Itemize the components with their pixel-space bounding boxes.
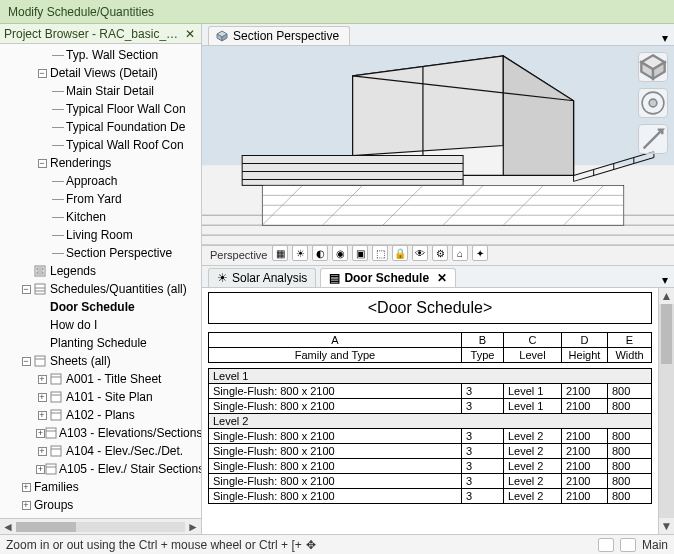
project-browser-tree[interactable]: —Typ. Wall Section−Detail Views (Detail)…	[0, 44, 201, 518]
tree-item[interactable]: —Typical Foundation De	[0, 118, 201, 136]
tree-item[interactable]: Door Schedule	[0, 298, 201, 316]
table-cell[interactable]: 2100	[562, 429, 608, 444]
status-select-icon[interactable]	[598, 538, 614, 552]
table-cell[interactable]: 3	[462, 489, 504, 504]
tree-item[interactable]: —From Yard	[0, 190, 201, 208]
table-cell[interactable]: Single-Flush: 800 x 2100	[209, 489, 462, 504]
schedule-tab-dropdown-icon[interactable]: ▾	[656, 273, 674, 287]
schedule-vscrollbar[interactable]: ▲ ▼	[658, 288, 674, 534]
table-row[interactable]: Single-Flush: 800 x 21003Level 22100800	[209, 429, 652, 444]
col-header[interactable]: Width	[608, 348, 652, 363]
tree-item[interactable]: Planting Schedule	[0, 334, 201, 352]
tree-item[interactable]: +A102 - Plans	[0, 406, 201, 424]
table-cell[interactable]: 800	[608, 429, 652, 444]
tree-item[interactable]: +A104 - Elev./Sec./Det.	[0, 442, 201, 460]
tree-item[interactable]: +A001 - Title Sheet	[0, 370, 201, 388]
vcb-reveal-icon[interactable]: ⚙	[432, 245, 448, 261]
col-letter[interactable]: A	[209, 333, 462, 348]
schedule-table[interactable]: ABCDEFamily and TypeTypeLevelHeightWidth…	[208, 332, 652, 504]
table-cell[interactable]: 2100	[562, 399, 608, 414]
col-header[interactable]: Family and Type	[209, 348, 462, 363]
tree-item[interactable]: −Detail Views (Detail)	[0, 64, 201, 82]
col-header[interactable]: Level	[504, 348, 562, 363]
scroll-right-icon[interactable]: ►	[185, 520, 201, 534]
tree-item[interactable]: How do I	[0, 316, 201, 334]
table-cell[interactable]: Level 2	[504, 489, 562, 504]
col-header[interactable]: Height	[562, 348, 608, 363]
status-filter-icon[interactable]	[620, 538, 636, 552]
viewport-3d[interactable]: Perspective ▦ ☀ ◐ ◉ ▣ ⬚ 🔒 👁 ⚙ ⌂ ✦	[202, 46, 674, 266]
tree-item[interactable]: —Living Room	[0, 226, 201, 244]
table-cell[interactable]: Level 2	[504, 429, 562, 444]
table-cell[interactable]: 2100	[562, 384, 608, 399]
vcb-crop-icon[interactable]: ▣	[352, 245, 368, 261]
table-cell[interactable]: Single-Flush: 800 x 2100	[209, 474, 462, 489]
table-cell[interactable]: 800	[608, 489, 652, 504]
table-cell[interactable]: 2100	[562, 489, 608, 504]
scroll-up-icon[interactable]: ▲	[659, 288, 674, 304]
table-cell[interactable]: 800	[608, 384, 652, 399]
table-row[interactable]: Single-Flush: 800 x 21003Level 22100800	[209, 459, 652, 474]
table-cell[interactable]: Single-Flush: 800 x 2100	[209, 444, 462, 459]
scroll-track[interactable]	[16, 522, 185, 532]
table-cell[interactable]: 800	[608, 459, 652, 474]
scroll-left-icon[interactable]: ◄	[0, 520, 16, 534]
table-row[interactable]: Single-Flush: 800 x 21003Level 22100800	[209, 489, 652, 504]
table-cell[interactable]: 800	[608, 474, 652, 489]
tree-item[interactable]: —Main Stair Detail	[0, 82, 201, 100]
vscroll-track[interactable]	[659, 304, 674, 518]
table-row[interactable]: Single-Flush: 800 x 21003Level 22100800	[209, 474, 652, 489]
table-cell[interactable]: 800	[608, 399, 652, 414]
tree-item[interactable]: —Typical Wall Roof Con	[0, 136, 201, 154]
vcb-sun-icon[interactable]: ☀	[292, 245, 308, 261]
tree-hscrollbar[interactable]: ◄ ►	[0, 518, 201, 534]
vcb-crop-region-icon[interactable]: ⬚	[372, 245, 388, 261]
tab-door-schedule[interactable]: ▤ Door Schedule ✕	[320, 268, 456, 287]
table-cell[interactable]: 2100	[562, 444, 608, 459]
nav-arrow-icon[interactable]	[638, 124, 668, 154]
tree-item[interactable]: +A105 - Elev./ Stair Sections	[0, 460, 201, 478]
tree-item[interactable]: −Renderings	[0, 154, 201, 172]
vcb-render-icon[interactable]: ◉	[332, 245, 348, 261]
tree-item[interactable]: —Typ. Wall Section	[0, 46, 201, 64]
table-cell[interactable]: 800	[608, 444, 652, 459]
tree-item[interactable]: +A101 - Site Plan	[0, 388, 201, 406]
project-browser-close-icon[interactable]: ✕	[183, 27, 197, 41]
table-cell[interactable]: 3	[462, 459, 504, 474]
table-row[interactable]: Single-Flush: 800 x 21003Level 12100800	[209, 384, 652, 399]
table-cell[interactable]: 3	[462, 444, 504, 459]
table-cell[interactable]: 3	[462, 384, 504, 399]
table-row[interactable]: Single-Flush: 800 x 21003Level 22100800	[209, 444, 652, 459]
tree-item[interactable]: +A103 - Elevations/Sections	[0, 424, 201, 442]
table-cell[interactable]: Single-Flush: 800 x 2100	[209, 399, 462, 414]
vcb-highlight-icon[interactable]: ✦	[472, 245, 488, 261]
tree-item[interactable]: +Families	[0, 478, 201, 496]
table-cell[interactable]: 2100	[562, 459, 608, 474]
table-cell[interactable]: Level 2	[504, 444, 562, 459]
steering-wheel-icon[interactable]	[638, 88, 668, 118]
schedule-title[interactable]: <Door Schedule>	[208, 292, 652, 324]
tree-item[interactable]: —Section Perspective	[0, 244, 201, 262]
col-header[interactable]: Type	[462, 348, 504, 363]
tree-item[interactable]: —Approach	[0, 172, 201, 190]
table-cell[interactable]: 3	[462, 429, 504, 444]
table-cell[interactable]: Level 1	[504, 384, 562, 399]
tab-close-icon[interactable]: ✕	[437, 271, 447, 285]
table-cell[interactable]: Level 1	[504, 399, 562, 414]
table-cell[interactable]: Level 2	[504, 474, 562, 489]
table-cell[interactable]: Single-Flush: 800 x 2100	[209, 459, 462, 474]
tree-item[interactable]: −Sheets (all)	[0, 352, 201, 370]
table-cell[interactable]: 2100	[562, 474, 608, 489]
tab-section-perspective[interactable]: Section Perspective	[208, 26, 350, 45]
vscroll-thumb[interactable]	[661, 304, 672, 364]
col-letter[interactable]: E	[608, 333, 652, 348]
vcb-temp-hide-icon[interactable]: 👁	[412, 245, 428, 261]
table-group-row[interactable]: Level 1	[209, 369, 652, 384]
scroll-down-icon[interactable]: ▼	[659, 518, 674, 534]
view-cube-icon[interactable]	[638, 52, 668, 82]
table-row[interactable]: Single-Flush: 800 x 21003Level 12100800	[209, 399, 652, 414]
view-tab-dropdown-icon[interactable]: ▾	[656, 31, 674, 45]
vcb-analytical-icon[interactable]: ⌂	[452, 245, 468, 261]
table-cell[interactable]: 3	[462, 399, 504, 414]
col-letter[interactable]: C	[504, 333, 562, 348]
